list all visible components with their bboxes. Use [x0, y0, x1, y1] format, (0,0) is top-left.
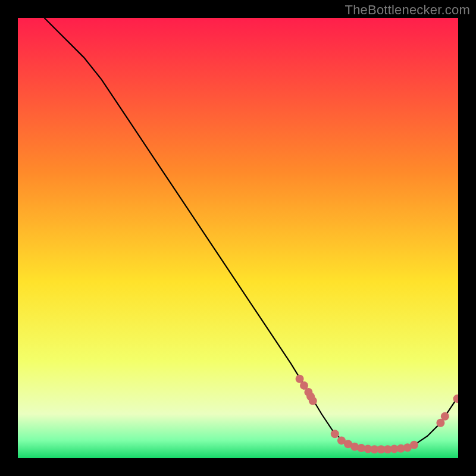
- data-marker: [331, 430, 339, 438]
- gradient-fill: [18, 18, 458, 458]
- chart-svg: [18, 18, 458, 458]
- data-marker: [410, 441, 418, 449]
- data-marker: [309, 397, 317, 405]
- data-marker: [441, 412, 449, 421]
- attribution-text: TheBottlenecker.com: [345, 2, 470, 18]
- chart-root: TheBottlenecker.com: [0, 0, 476, 476]
- plot-area: [18, 18, 458, 458]
